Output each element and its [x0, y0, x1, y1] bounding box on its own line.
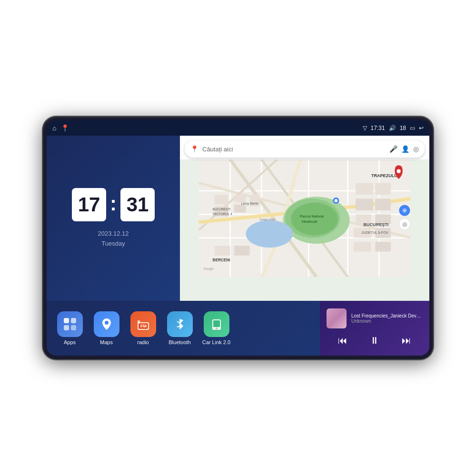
- maps-icon-img: [94, 311, 119, 337]
- svg-text:Splaiul Unirii: Splaiul Unirii: [259, 218, 275, 221]
- map-search-placeholder: Căutați aici: [202, 146, 386, 153]
- svg-text:TRAPEZULUI: TRAPEZULUI: [371, 173, 398, 178]
- svg-text:Leroy Merlin: Leroy Merlin: [241, 202, 259, 206]
- svg-text:⊕: ⊕: [402, 208, 407, 213]
- svg-point-48: [397, 169, 400, 173]
- maps-logo-icon: 📍: [190, 145, 198, 153]
- back-icon[interactable]: ↩: [419, 125, 424, 131]
- volume-icon: 🔊: [389, 125, 396, 131]
- carlink-icon-img: [204, 311, 229, 337]
- svg-text:Google: Google: [204, 267, 214, 271]
- svg-rect-63: [213, 320, 220, 327]
- app-icon-carlink[interactable]: Car Link 2.0: [201, 311, 232, 345]
- svg-rect-53: [64, 318, 69, 323]
- svg-rect-18: [215, 195, 228, 205]
- bluetooth-label: Bluetooth: [169, 339, 190, 345]
- app-icon-maps[interactable]: Maps: [91, 311, 122, 345]
- svg-rect-54: [71, 318, 76, 323]
- svg-rect-24: [234, 246, 250, 256]
- clock-date: 2023.12.12 Tuesday: [98, 229, 129, 249]
- svg-text:◎: ◎: [402, 221, 407, 227]
- clock-date-value: 2023.12.12: [98, 229, 129, 239]
- svg-rect-33: [354, 242, 371, 252]
- svg-text:FM: FM: [140, 324, 147, 328]
- svg-rect-21: [234, 205, 246, 212]
- apps-row: Apps Maps: [47, 301, 320, 356]
- svg-point-16: [291, 203, 338, 236]
- svg-point-57: [105, 321, 109, 325]
- layers-icon[interactable]: ◎: [413, 145, 419, 153]
- map-canvas: TRAPEZULUI BUCUREȘTI JUDEȚUL ILFOV BERCE…: [180, 159, 429, 277]
- account-icon[interactable]: 👤: [401, 145, 409, 153]
- music-player: Lost Frequencies_Janieck Devy-... Unknow…: [320, 301, 429, 356]
- svg-rect-56: [71, 325, 76, 330]
- svg-text:BUCUREȘTI: BUCUREȘTI: [213, 208, 231, 211]
- svg-rect-25: [356, 183, 373, 195]
- nav-signal-icon: ▽: [363, 125, 367, 131]
- apps-label: Apps: [64, 339, 76, 345]
- svg-text:SECTORUL 4: SECTORUL 4: [213, 212, 232, 216]
- battery-icon: ▭: [410, 125, 415, 131]
- svg-point-17: [246, 220, 293, 248]
- svg-text:Văcărești: Văcărești: [301, 219, 317, 224]
- clock-hour: 17: [72, 188, 106, 221]
- clock-minute: 31: [120, 188, 155, 221]
- music-controls: ⏮ ⏸ ⏭: [327, 333, 423, 348]
- bluetooth-icon-img: [167, 311, 193, 337]
- music-artist: Unknown: [351, 318, 423, 324]
- location-icon[interactable]: 📍: [61, 124, 69, 132]
- svg-rect-34: [375, 242, 391, 252]
- music-title: Lost Frequencies_Janieck Devy-...: [351, 313, 423, 318]
- svg-text:BUCUREȘTI: BUCUREȘTI: [364, 222, 389, 227]
- bottom-section: Apps Maps: [47, 301, 429, 356]
- music-thumbnail: [327, 308, 347, 328]
- app-icon-bluetooth[interactable]: Bluetooth: [164, 311, 195, 345]
- apps-icon-img: [57, 311, 83, 337]
- music-text: Lost Frequencies_Janieck Devy-... Unknow…: [351, 313, 423, 324]
- maps-label: Maps: [100, 339, 113, 345]
- clock-panel: 17 : 31 2023.12.12 Tuesday: [47, 136, 180, 301]
- app-icon-radio[interactable]: FM radio: [128, 311, 159, 345]
- svg-rect-28: [375, 198, 391, 210]
- music-play-button[interactable]: ⏸: [366, 333, 383, 348]
- radio-icon-img: FM: [130, 311, 156, 337]
- map-panel: 📍 Căutați aici 🎤 👤 ◎: [180, 136, 429, 301]
- svg-rect-65: [214, 328, 219, 328]
- svg-text:Parcul Natural: Parcul Natural: [300, 214, 324, 218]
- home-icon[interactable]: ⌂: [52, 124, 56, 132]
- time-display: 17:31: [371, 125, 385, 131]
- clock-colon: :: [110, 192, 117, 215]
- clock-day-value: Tuesday: [98, 239, 129, 249]
- music-info: Lost Frequencies_Janieck Devy-... Unknow…: [327, 308, 423, 328]
- svg-text:JUDEȚUL ILFOV: JUDEȚUL ILFOV: [361, 230, 388, 235]
- screen: ⌂ 📍 ▽ 17:31 🔊 18 ▭ ↩ 17 :: [47, 120, 429, 356]
- main-area: 17 : 31 2023.12.12 Tuesday 📍 Căutați aic…: [47, 136, 429, 356]
- device-body: ⌂ 📍 ▽ 17:31 🔊 18 ▭ ↩ 17 :: [43, 117, 433, 359]
- signal-bars: 18: [400, 125, 406, 131]
- music-prev-button[interactable]: ⏮: [334, 333, 351, 348]
- clock-display: 17 : 31: [72, 188, 155, 221]
- status-left: ⌂ 📍: [52, 124, 69, 132]
- svg-point-47: [335, 199, 338, 202]
- svg-rect-26: [356, 198, 373, 210]
- map-svg: TRAPEZULUI BUCUREȘTI JUDEȚUL ILFOV BERCE…: [180, 159, 429, 277]
- mic-icon[interactable]: 🎤: [389, 145, 397, 153]
- svg-text:BERCENI: BERCENI: [213, 258, 230, 262]
- music-next-button[interactable]: ⏭: [398, 333, 415, 348]
- map-search-bar[interactable]: 📍 Căutați aici 🎤 👤 ◎: [185, 140, 425, 158]
- svg-rect-61: [138, 320, 140, 323]
- svg-rect-55: [64, 325, 69, 330]
- svg-rect-27: [375, 183, 391, 195]
- status-bar: ⌂ 📍 ▽ 17:31 🔊 18 ▭ ↩: [47, 120, 429, 136]
- music-thumb-art: [327, 308, 347, 328]
- app-icon-apps[interactable]: Apps: [54, 311, 85, 345]
- carlink-label: Car Link 2.0: [202, 339, 230, 345]
- status-right: ▽ 17:31 🔊 18 ▭ ↩: [363, 125, 424, 131]
- radio-label: radio: [137, 339, 149, 345]
- map-search-actions: 🎤 👤 ◎: [389, 145, 419, 153]
- top-section: 17 : 31 2023.12.12 Tuesday 📍 Căutați aic…: [47, 136, 429, 301]
- svg-rect-23: [215, 246, 230, 256]
